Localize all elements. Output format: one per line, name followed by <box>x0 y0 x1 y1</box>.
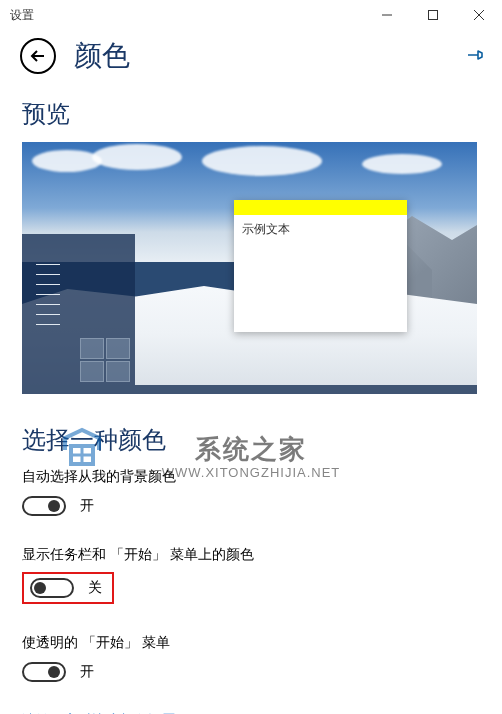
example-window-titlebar <box>234 200 407 215</box>
taskbar-overlay <box>135 385 477 394</box>
page-title: 颜色 <box>74 37 466 75</box>
transparent-label: 使透明的 「开始」 菜单 <box>22 634 480 652</box>
transparent-toggle[interactable] <box>22 662 66 682</box>
transparent-state: 开 <box>80 663 94 681</box>
svg-rect-1 <box>429 11 438 20</box>
back-button[interactable] <box>20 38 56 74</box>
start-menu-overlay <box>22 234 135 394</box>
highlight-box: 关 <box>22 572 114 604</box>
example-window-text: 示例文本 <box>234 215 407 244</box>
auto-pick-toggle[interactable] <box>22 496 66 516</box>
preview-heading: 预览 <box>22 98 480 130</box>
close-button[interactable] <box>456 0 502 30</box>
page-header: 颜色 <box>0 30 502 82</box>
show-color-toggle[interactable] <box>30 578 74 598</box>
show-color-label: 显示任务栏和 「开始」 菜单上的颜色 <box>22 546 480 564</box>
auto-pick-label: 自动选择从我的背景颜色 <box>22 468 480 486</box>
maximize-button[interactable] <box>410 0 456 30</box>
window-title: 设置 <box>10 7 34 24</box>
window-title-bar: 设置 <box>0 0 502 30</box>
preview-image: 示例文本 <box>22 142 477 394</box>
arrow-left-icon <box>29 47 47 65</box>
pin-icon[interactable] <box>466 45 486 68</box>
choose-color-heading: 选择一种颜色 <box>22 424 480 456</box>
show-color-state: 关 <box>88 579 102 597</box>
example-window: 示例文本 <box>234 200 407 332</box>
minimize-button[interactable] <box>364 0 410 30</box>
auto-pick-state: 开 <box>80 497 94 515</box>
